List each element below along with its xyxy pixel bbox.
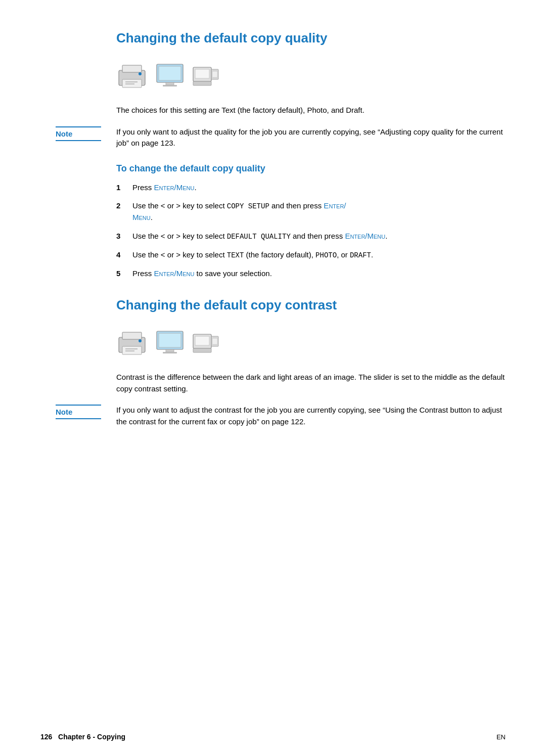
footer-chapter: Chapter 6 - Copying (58, 733, 125, 741)
scanner-icon (191, 65, 220, 91)
svg-rect-1 (122, 65, 142, 72)
footer-page-number: 126 Chapter 6 - Copying (40, 733, 125, 741)
svg-point-20 (139, 339, 142, 342)
note1-text: If you only want to adjust the quality f… (116, 126, 506, 149)
page: Changing the default copy quality (0, 0, 546, 756)
code-photo: PHOTO (315, 251, 337, 259)
svg-rect-19 (125, 350, 134, 351)
svg-rect-22 (159, 333, 181, 347)
enter-menu-link-4: Enter/Menu (154, 269, 195, 278)
section-copy-quality: Changing the default copy quality (116, 30, 506, 279)
step-5-num: 5 (116, 268, 126, 280)
svg-rect-7 (159, 66, 181, 80)
section-copy-contrast: Changing the default copy contrast (116, 297, 506, 427)
note2-label-col: Note (56, 405, 116, 427)
page-num: 126 (40, 733, 52, 741)
note2-label: Note (56, 405, 101, 419)
step-2-text: Use the < or > key to select COPY SETUP … (132, 200, 506, 224)
page-footer: 126 Chapter 6 - Copying EN (40, 733, 506, 741)
monitor-icon-2 (154, 328, 188, 358)
step-2-num: 2 (116, 200, 126, 224)
step-1: 1 Press Enter/Menu. (116, 182, 506, 194)
section1-title: Changing the default copy quality (116, 30, 506, 46)
svg-rect-14 (212, 71, 217, 77)
svg-rect-24 (163, 352, 177, 353)
note2-text: If you only want to adjust the contrast … (116, 405, 506, 427)
section2-intro: Contrast is the difference between the d… (116, 372, 506, 394)
step-3: 3 Use the < or > key to select DEFAULT Q… (116, 231, 506, 242)
section2-icons (116, 328, 506, 358)
step-4: 4 Use the < or > key to select TEXT (the… (116, 249, 506, 261)
note1-label: Note (56, 126, 101, 141)
section2-title: Changing the default copy contrast (116, 297, 506, 313)
svg-rect-26 (195, 336, 209, 345)
scanner-icon-2 (191, 332, 220, 358)
svg-rect-23 (166, 349, 174, 352)
step-5: 5 Press Enter/Menu to save your selectio… (116, 268, 506, 280)
svg-rect-27 (193, 348, 211, 352)
svg-rect-29 (212, 338, 217, 344)
svg-rect-4 (125, 83, 134, 84)
step-5-text: Press Enter/Menu to save your selection. (132, 268, 506, 280)
svg-rect-16 (122, 332, 142, 339)
section2-note: Note If you only want to adjust the cont… (56, 405, 506, 427)
monitor-icon (154, 61, 188, 91)
steps-list: 1 Press Enter/Menu. 2 Use the < or > key… (116, 182, 506, 280)
code-default-quality: DEFAULT QUALITY (227, 233, 291, 241)
svg-rect-11 (195, 69, 209, 78)
svg-rect-12 (193, 81, 211, 85)
enter-menu-link-1: Enter/Menu (154, 183, 195, 192)
step-3-num: 3 (116, 231, 126, 242)
section1-icons (116, 61, 506, 91)
step-2: 2 Use the < or > key to select COPY SETU… (116, 200, 506, 224)
step-1-text: Press Enter/Menu. (132, 182, 506, 194)
section1-intro: The choices for this setting are Text (t… (116, 105, 506, 116)
svg-rect-8 (166, 82, 174, 85)
svg-point-5 (139, 72, 142, 75)
printer-icon (116, 61, 151, 91)
step-1-num: 1 (116, 182, 126, 194)
footer-locale: EN (496, 733, 506, 741)
svg-rect-3 (125, 81, 138, 82)
enter-menu-link-3: Enter/Menu (345, 232, 385, 240)
printer-icon-2 (116, 328, 151, 358)
main-content: Changing the default copy quality (116, 30, 506, 427)
code-text: TEXT (227, 251, 244, 259)
note1-label-col: Note (56, 126, 116, 149)
step-3-text: Use the < or > key to select DEFAULT QUA… (132, 231, 506, 242)
code-draft: DRAFT (350, 251, 371, 259)
section1-note: Note If you only want to adjust the qual… (56, 126, 506, 149)
subsection1-title: To change the default copy quality (116, 163, 506, 174)
step-4-text: Use the < or > key to select TEXT (the f… (132, 249, 506, 261)
svg-rect-18 (125, 348, 138, 349)
step-4-num: 4 (116, 249, 126, 261)
svg-rect-9 (163, 85, 177, 86)
code-copy-setup: COPY SETUP (227, 202, 269, 210)
